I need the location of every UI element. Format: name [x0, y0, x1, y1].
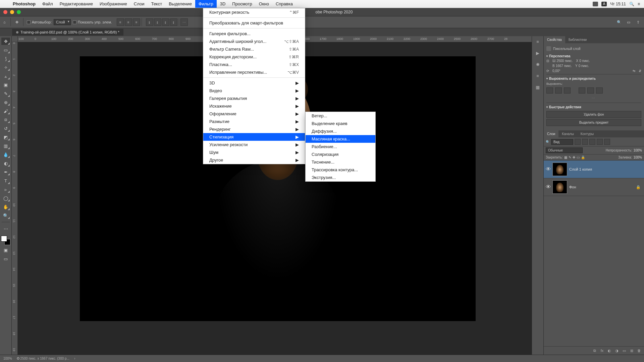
layer-mask-icon[interactable]: ◐ — [606, 348, 612, 353]
align-btn[interactable]: ≡ — [133, 18, 140, 26]
align-top-button[interactable] — [579, 87, 585, 94]
new-layer-icon[interactable]: ⊞ — [629, 348, 635, 353]
path-select-tool[interactable]: ▹ — [1, 186, 10, 193]
align-btn[interactable]: ≡ — [117, 18, 124, 26]
shape-tool[interactable]: ◯ — [1, 194, 10, 202]
lock-artboard-icon[interactable]: ▭ — [577, 156, 580, 159]
distribute-btn[interactable]: ⫿ — [162, 18, 169, 26]
height-value[interactable]: 1667 пикс. — [556, 64, 572, 68]
align-btn[interactable]: ≡ — [125, 18, 132, 26]
zoom-level[interactable]: 100% — [3, 357, 12, 360]
history-panel-icon[interactable]: ≡ — [534, 38, 541, 45]
y-value[interactable]: 0 пикс. — [579, 64, 589, 68]
edit-toolbar[interactable]: ⋯ — [1, 225, 10, 232]
menu-item-sub[interactable]: Искажение▶ — [203, 102, 305, 110]
menu-item-sub[interactable]: Шум▶ — [203, 148, 305, 156]
layer-filter-kind[interactable]: Вид — [551, 139, 573, 145]
menu-type[interactable]: Текст — [148, 0, 165, 8]
align-center-v-button[interactable] — [587, 87, 594, 94]
blur-tool[interactable]: 💧 — [1, 151, 10, 158]
menu-item[interactable]: Адаптивный широкий угол...⌥⇧⌘A — [203, 38, 305, 45]
group-layers-icon[interactable]: ▭ — [621, 348, 627, 353]
filter-shape-icon[interactable] — [597, 139, 603, 145]
link-layers-icon[interactable]: ⧉ — [592, 348, 598, 353]
pen-tool[interactable]: ✒ — [1, 168, 10, 176]
distribute-btn[interactable]: ⫿ — [170, 18, 177, 26]
lock-pixels-icon[interactable]: ▦ — [564, 156, 567, 159]
delete-layer-icon[interactable]: 🗑 — [636, 348, 642, 353]
menu-window[interactable]: Окно — [256, 0, 272, 8]
lock-icon[interactable]: 🔒 — [581, 156, 585, 159]
filter-type-icon[interactable] — [589, 139, 595, 145]
crop-tool[interactable]: ⟁ — [1, 72, 10, 80]
width-value[interactable]: 2500 пикс. — [556, 59, 573, 63]
screen-indicator-icon[interactable] — [593, 2, 598, 6]
align-right-button[interactable] — [564, 87, 571, 94]
submenu-item[interactable]: Выделение краев — [306, 120, 375, 127]
submenu-item[interactable]: Тиснение... — [306, 158, 375, 166]
dodge-tool[interactable]: ◐ — [1, 160, 10, 167]
align-left-button[interactable] — [546, 87, 553, 94]
brush-tool[interactable]: 🖌 — [1, 107, 10, 115]
tab-channels[interactable]: Каналы — [558, 130, 577, 137]
blend-mode-select[interactable]: Обычные — [546, 147, 583, 153]
link-dims-icon[interactable]: ⊟ — [546, 59, 549, 63]
align-bottom-button[interactable] — [596, 87, 603, 94]
distribute-btn[interactable]: ⫿ — [146, 18, 153, 26]
fill-value[interactable]: 100% — [633, 156, 642, 159]
submenu-item[interactable]: Соляризация — [306, 150, 375, 158]
menu-item-smart-convert[interactable]: Преобразовать для смарт-фильтров — [203, 19, 305, 27]
language-indicator-icon[interactable]: A — [601, 2, 607, 6]
lasso-tool[interactable]: ⟆ — [1, 55, 10, 62]
menu-item[interactable]: Фильтр Camera Raw...⇧⌘A — [203, 45, 305, 53]
menu-help[interactable]: Справка — [272, 0, 296, 8]
filter-smart-icon[interactable] — [604, 139, 610, 145]
lock-all-icon[interactable]: ✥ — [573, 156, 575, 159]
actions-panel-icon[interactable]: ▶ — [534, 50, 541, 56]
menu-item-sub[interactable]: Усиление резкости▶ — [203, 141, 305, 148]
close-tab-icon[interactable] — [16, 31, 18, 34]
flip-v-icon[interactable]: ⇵ — [639, 69, 641, 73]
show-transform-controls-checkbox[interactable]: Показать упр. элем. — [71, 20, 114, 24]
eraser-tool[interactable]: ◩ — [1, 133, 10, 141]
menu-extra-icon[interactable]: ≡ — [638, 2, 640, 6]
menu-item-sub[interactable]: 3D▶ — [203, 79, 305, 87]
eyedropper-tool[interactable]: ✎ — [1, 90, 10, 97]
menu-item[interactable]: Галерея фильтров... — [203, 30, 305, 38]
menu-filter[interactable]: Фильтр — [195, 0, 217, 8]
screen-mode-tool[interactable]: ▭ — [1, 255, 10, 262]
quick-mask-tool[interactable]: ▣ — [1, 246, 10, 254]
hand-tool[interactable]: ✋ — [1, 203, 10, 210]
menu-item-sub[interactable]: Рендеринг▶ — [203, 125, 305, 133]
menu-item[interactable]: Коррекция дисторсии...⇧⌘R — [203, 53, 305, 61]
marquee-tool[interactable]: ▭ — [1, 46, 10, 54]
adjustment-layer-icon[interactable]: ◑ — [614, 348, 620, 353]
color-swatch[interactable] — [1, 236, 10, 245]
swatches-panel-icon[interactable]: ▦ — [534, 84, 541, 90]
frame-tool[interactable]: ▣ — [1, 81, 10, 88]
align-header[interactable]: Выровнять и распределить — [546, 76, 641, 81]
history-brush-tool[interactable]: ↺ — [1, 125, 10, 132]
home-button[interactable]: ⌂ — [0, 20, 9, 24]
menu-image[interactable]: Изображение — [96, 0, 130, 8]
tab-libraries[interactable]: Библиотеки — [565, 36, 590, 43]
menu-view[interactable]: Просмотр — [229, 0, 255, 8]
search-icon[interactable]: 🔍 — [616, 19, 623, 25]
menu-item-sub[interactable]: Размытие▶ — [203, 118, 305, 125]
wand-tool[interactable]: ✧ — [1, 64, 10, 71]
tab-paths[interactable]: Контуры — [577, 130, 597, 137]
filter-adjust-icon[interactable] — [582, 139, 588, 145]
layer-thumbnail[interactable] — [552, 163, 567, 176]
layer-item[interactable]: 👁 Слой 1 копия — [544, 161, 644, 178]
submenu-item[interactable]: Трассировка контура... — [306, 166, 375, 174]
more-options-btn[interactable]: ⋯ — [180, 18, 188, 26]
menu-item-sub[interactable]: Галерея размытия▶ — [203, 95, 305, 102]
remove-bg-button[interactable]: Удалить фон — [546, 111, 641, 118]
zoom-window-button[interactable] — [17, 10, 21, 14]
menu-item-last-filter[interactable]: Контурная резкость⌃⌘F — [203, 8, 305, 16]
quick-actions-header[interactable]: Быстрые действия — [546, 104, 641, 110]
menu-item-sub[interactable]: Другое▶ — [203, 156, 305, 164]
share-icon[interactable]: ⇪ — [635, 19, 641, 25]
doc-info[interactable]: ✪ 2500 пикс. x 1667 пикс. (300 p... — [17, 357, 69, 360]
close-window-button[interactable] — [3, 10, 7, 14]
